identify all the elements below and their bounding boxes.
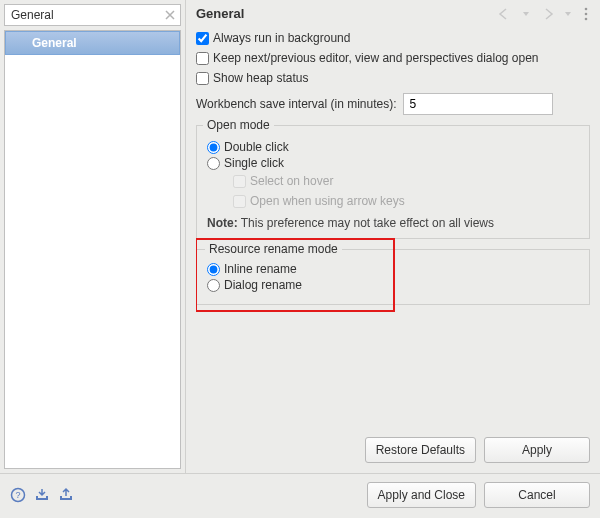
filter-input[interactable] <box>4 4 181 26</box>
keep-dialog-label: Keep next/previous editor, view and pers… <box>213 49 539 67</box>
apply-button[interactable]: Apply <box>484 437 590 463</box>
back-icon[interactable] <box>498 8 512 20</box>
open-mode-group: Open mode Double click Single click Sele… <box>196 125 590 239</box>
sidebar: General <box>0 0 186 473</box>
help-icons: ? <box>10 487 74 503</box>
select-on-hover-label: Select on hover <box>250 172 333 190</box>
svg-point-0 <box>585 7 588 10</box>
inline-rename-radio[interactable] <box>207 263 220 276</box>
dialog-rename-radio[interactable] <box>207 279 220 292</box>
rename-mode-legend: Resource rename mode <box>205 242 342 256</box>
restore-defaults-button[interactable]: Restore Defaults <box>365 437 476 463</box>
double-click-label: Double click <box>224 140 289 154</box>
double-click-radio[interactable] <box>207 141 220 154</box>
save-interval-label: Workbench save interval (in minutes): <box>196 97 397 111</box>
single-click-radio[interactable] <box>207 157 220 170</box>
show-heap-label: Show heap status <box>213 69 308 87</box>
page-title: General <box>196 6 244 21</box>
always-run-bg-checkbox[interactable] <box>196 32 209 45</box>
import-icon[interactable] <box>34 487 50 503</box>
view-menu-icon[interactable] <box>582 7 590 21</box>
tree-item-general[interactable]: General <box>5 31 180 55</box>
settings-body: Always run in background Keep next/previ… <box>196 27 590 437</box>
show-heap-checkbox[interactable] <box>196 72 209 85</box>
page-header: General <box>196 4 590 27</box>
single-click-label: Single click <box>224 156 284 170</box>
export-icon[interactable] <box>58 487 74 503</box>
inline-rename-label: Inline rename <box>224 262 297 276</box>
save-interval-input[interactable] <box>403 93 553 115</box>
bottom-bar: ? Apply and Close Cancel <box>0 473 600 518</box>
search-wrap <box>4 4 181 26</box>
keep-dialog-checkbox[interactable] <box>196 52 209 65</box>
preferences-tree[interactable]: General <box>4 30 181 469</box>
cancel-button[interactable]: Cancel <box>484 482 590 508</box>
rename-mode-group: Resource rename mode Inline rename Dialo… <box>196 249 590 305</box>
dialog-rename-label: Dialog rename <box>224 278 302 292</box>
help-icon[interactable]: ? <box>10 487 26 503</box>
back-menu-icon[interactable] <box>522 8 530 20</box>
bottom-buttons: Apply and Close Cancel <box>367 482 590 508</box>
header-toolbar <box>498 7 590 21</box>
apply-and-close-button[interactable]: Apply and Close <box>367 482 476 508</box>
content-pane: General Always run in background Keep ne… <box>186 0 600 473</box>
select-on-hover-checkbox <box>233 175 246 188</box>
always-run-bg-label: Always run in background <box>213 29 350 47</box>
svg-text:?: ? <box>15 490 20 500</box>
forward-icon[interactable] <box>540 8 554 20</box>
clear-filter-icon[interactable] <box>163 8 177 22</box>
svg-point-1 <box>585 12 588 15</box>
svg-point-2 <box>585 17 588 20</box>
arrow-keys-checkbox <box>233 195 246 208</box>
note-prefix: Note: <box>207 216 238 230</box>
open-mode-legend: Open mode <box>203 118 274 132</box>
mid-button-row: Restore Defaults Apply <box>196 437 590 467</box>
open-mode-note: Note: This preference may not take effec… <box>207 216 579 230</box>
note-text: This preference may not take effect on a… <box>238 216 494 230</box>
arrow-keys-label: Open when using arrow keys <box>250 192 405 210</box>
forward-menu-icon[interactable] <box>564 8 572 20</box>
